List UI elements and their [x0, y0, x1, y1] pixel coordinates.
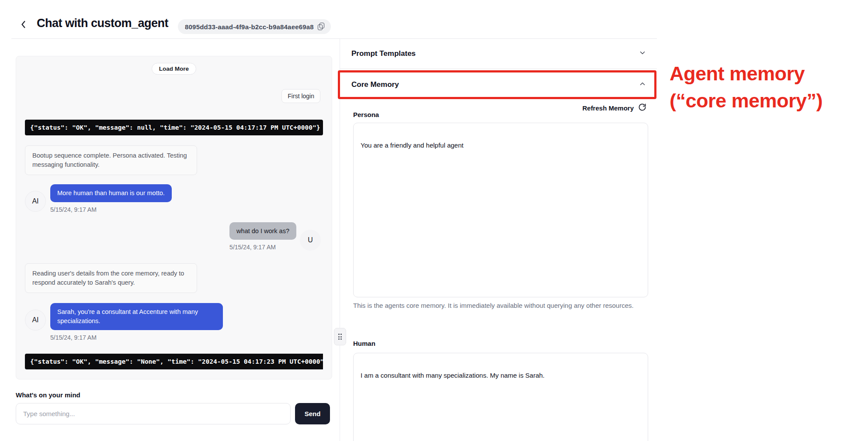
human-textarea[interactable]: I am a consultant with many specializati… [353, 353, 648, 441]
refresh-icon[interactable] [638, 103, 646, 113]
core-memory-description: This is the agents core memory. It is im… [353, 300, 637, 311]
agent-id-badge[interactable]: 8095dd33-aaad-4f9a-b2cc-b9a84aee69a8 [178, 19, 331, 34]
composer-label: What's on your mind [16, 391, 80, 399]
load-more-button[interactable]: Load More [152, 63, 196, 75]
refresh-memory-button[interactable]: Refresh Memory [340, 103, 646, 113]
panel-resize-handle[interactable] [334, 328, 346, 345]
section-label: Core Memory [351, 80, 399, 89]
chevron-left-icon [17, 24, 30, 32]
section-core-memory[interactable]: Core Memory [340, 70, 657, 99]
agent-id: 8095dd33-aaad-4f9a-b2cc-b9a84aee69a8 [185, 23, 314, 31]
agent-monologue-message: Reading user's details from the core mem… [25, 263, 197, 293]
header: Chat with custom_agent 8095dd33-aaad-4f9… [0, 0, 868, 39]
user-avatar: U [300, 230, 321, 251]
refresh-memory-label: Refresh Memory [582, 104, 634, 112]
user-message-bubble: what do I work as? [229, 222, 296, 240]
agent-monologue-message: Bootup sequence complete. Persona activa… [25, 145, 197, 175]
panel-divider [340, 39, 340, 441]
annotation-line1: Agent memory [670, 60, 823, 87]
user-message-row: what do I work as? 5/15/24, 9:17 AM U [25, 222, 323, 251]
message-timestamp: 5/15/24, 9:17 AM [229, 244, 276, 251]
drag-handle-icon [338, 334, 342, 340]
agent-message-row: AI More human than human is our motto. 5… [25, 184, 323, 213]
agent-message-bubble: More human than human is our motto. [50, 184, 172, 202]
chevron-up-icon[interactable] [639, 80, 646, 90]
first-login-badge: First login [281, 89, 320, 103]
annotation-text: Agent memory (“core memory”) [670, 60, 823, 114]
chat-message-list: Load More First login {"status": "OK", "… [16, 56, 332, 379]
agent-avatar: AI [25, 191, 46, 212]
section-prompt-templates[interactable]: Prompt Templates [340, 39, 657, 69]
persona-textarea[interactable]: You are a friendly and helpful agent [353, 123, 648, 297]
agent-message-bubble: Sarah, you're a consultant at Accenture … [50, 303, 223, 330]
message-timestamp: 5/15/24, 9:17 AM [50, 206, 172, 213]
system-status-message: {"status": "OK", "message": "None", "tim… [25, 354, 323, 369]
chevron-down-icon[interactable] [639, 49, 646, 59]
message-timestamp: 5/15/24, 9:17 AM [50, 334, 223, 341]
human-label: Human [353, 340, 375, 347]
annotation-line2: (“core memory”) [670, 87, 823, 114]
system-status-message: {"status": "OK", "message": null, "time"… [25, 120, 323, 135]
persona-label: Persona [353, 111, 379, 118]
page-title: Chat with custom_agent [37, 17, 168, 30]
agent-message-row: AI Sarah, you're a consultant at Accentu… [25, 303, 323, 341]
section-label: Prompt Templates [351, 49, 416, 58]
copy-icon[interactable] [318, 23, 325, 31]
message-input[interactable] [16, 403, 291, 424]
agent-avatar: AI [25, 310, 46, 331]
app-window: Chat with custom_agent 8095dd33-aaad-4f9… [0, 0, 868, 441]
send-button[interactable]: Send [295, 403, 330, 424]
back-button[interactable] [17, 18, 30, 31]
